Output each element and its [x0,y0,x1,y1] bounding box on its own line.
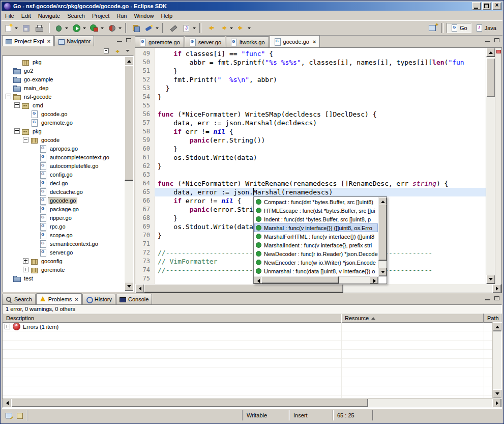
editor-horizontal-scrollbar[interactable] [135,284,502,293]
problems-vertical-scrollbar[interactable] [492,322,501,399]
overview-ruler[interactable] [495,48,501,284]
collapse-icon[interactable] [23,137,28,143]
autocomplete-item-indent[interactable]: Indent : func(dst *bytes.Buffer, src []u… [254,215,378,223]
error-marker[interactable] [496,50,501,53]
tree-item-go2[interactable]: go2 [3,66,125,75]
view-tab-console[interactable]: Console [116,294,152,304]
tree-item-goremote[interactable]: goremote [3,265,125,274]
maximize-panel-button[interactable] [493,295,500,301]
scrollbar-thumb[interactable] [486,58,495,97]
tree-item-decl-go[interactable]: decl.go [3,179,125,187]
tree-item-gocode-go[interactable]: gocode.go [3,109,125,118]
run-button[interactable] [70,22,87,34]
menu-project[interactable]: Project [88,12,113,20]
column-header-path[interactable]: Path [484,314,501,323]
scrollbar-thumb[interactable] [125,65,134,181]
minimize-panel-button[interactable] [484,295,491,301]
collapse-icon[interactable] [14,128,20,134]
fast-view-icon[interactable] [5,412,13,419]
scroll-right-arrow[interactable] [492,399,501,408]
explorer-tab-navigator[interactable]: Navigator [54,36,94,46]
autocomplete-item-marshalindent[interactable]: MarshalIndent : func(v interface{}, pref… [254,241,378,249]
search-button[interactable] [143,22,160,34]
tree-item-test[interactable]: test [3,274,125,282]
minimize-window-button[interactable] [472,2,481,10]
popup-horizontal-scrollbar[interactable] [254,276,378,284]
tree-item-main-dep[interactable]: main_dep [3,83,125,92]
collapse-icon[interactable] [14,102,20,108]
maximize-window-button[interactable] [482,2,491,10]
tree-item-autocompletecontext-go[interactable]: autocompletecontext.go [3,153,125,161]
tree-item-apropos-go[interactable]: apropos.go [3,144,125,153]
debug-button[interactable] [52,22,69,34]
tree-item-goremote-go[interactable]: goremote.go [3,118,125,127]
close-window-button[interactable] [492,2,501,10]
external-tools-button[interactable] [88,22,105,34]
tree-item-cmd[interactable]: cmd [3,101,125,109]
explorer-scrollbar[interactable] [125,56,133,291]
forward-button[interactable] [235,22,252,34]
autocomplete-item-newdecoder[interactable]: NewDecoder : func(r io.Reader) *json.Dec… [254,249,378,258]
tree-item-rpc-go[interactable]: rpc.go [3,222,125,231]
autocomplete-item-htmlescape[interactable]: HTMLEscape : func(dst *bytes.Buffer, src… [254,206,378,215]
new-button[interactable] [2,22,19,34]
editor-tab-itworks-go[interactable]: itworks.go [226,36,269,47]
view-tab-history[interactable]: History [82,294,115,304]
open-type-button[interactable] [130,22,142,34]
scroll-up-arrow[interactable] [486,48,495,57]
view-tab-search[interactable]: Search [2,294,36,304]
menu-window[interactable]: Window [130,12,157,20]
perspective-go[interactable]: Go [447,23,471,33]
tree-item-pkg[interactable]: pkg [3,58,125,66]
autocomplete-item-marshalforhtml[interactable]: MarshalForHTML : func(v interface{}) ([]… [254,232,378,241]
minimize-editor-button[interactable] [484,37,491,43]
maximize-editor-button[interactable] [493,37,500,43]
menu-edit[interactable]: Edit [18,12,35,20]
maximize-view-button[interactable] [125,37,132,43]
expand-icon[interactable] [5,324,10,329]
view-menu-icon[interactable] [124,48,131,54]
autocomplete-item-marshal[interactable]: Marshal : func(v interface{}) ([]uint8, … [254,223,378,232]
link-with-editor-icon[interactable] [114,48,121,54]
problems-horizontal-scrollbar[interactable] [3,398,501,407]
close-tab-icon[interactable] [311,39,316,45]
mark-occurrences-button[interactable] [167,22,179,34]
problems-row[interactable]: Errors (1 item) [3,322,493,331]
tree-item-semanticcontext-go[interactable]: semanticcontext.go [3,239,125,248]
scrollbar-thumb[interactable] [11,399,368,407]
scroll-left-arrow[interactable] [135,284,144,293]
scroll-down-arrow[interactable] [486,275,495,284]
expand-icon[interactable] [23,258,28,264]
scrollbar-thumb[interactable] [261,276,339,284]
scroll-up-arrow[interactable] [493,322,502,331]
scrollbar-thumb[interactable] [144,284,343,293]
scroll-right-arrow[interactable] [492,284,501,293]
tree-item-declcache-go[interactable]: declcache.go [3,187,125,196]
tree-item-scope-go[interactable]: scope.go [3,231,125,239]
scroll-down-arrow[interactable] [493,389,502,399]
view-tab-problems[interactable]: Problems [36,293,82,304]
menu-navigate[interactable]: Navigate [35,12,64,20]
profile-button[interactable] [106,22,123,34]
menu-run[interactable]: Run [113,12,130,20]
close-tab-icon[interactable] [74,296,78,302]
tree-item-package-go[interactable]: package.go [3,205,125,213]
tree-item-server-go[interactable]: server.go [3,248,125,257]
perspective-java[interactable]: Java [471,23,500,33]
menu-file[interactable]: File [2,12,18,20]
tree-item-config-go[interactable]: config.go [3,170,125,179]
scroll-left-arrow[interactable] [3,399,12,408]
editor-vertical-scrollbar[interactable] [486,48,495,284]
editor-tab-gocode-go[interactable]: gocode.go [270,35,320,47]
open-perspective-button[interactable] [427,23,438,33]
tree-item-go-example[interactable]: go-example [3,75,125,83]
back-button[interactable] [217,22,234,34]
column-header-resource[interactable]: Resource [341,314,484,323]
minimize-view-button[interactable] [116,37,123,43]
tree-item-nsf-gocode[interactable]: nsf-gocode [3,92,125,101]
close-tab-icon[interactable] [46,38,50,44]
tree-item-goconfig[interactable]: goconfig [3,257,125,265]
menu-help[interactable]: Help [158,12,176,20]
last-edit-location-button[interactable] [204,22,216,34]
print-button[interactable] [33,22,45,34]
